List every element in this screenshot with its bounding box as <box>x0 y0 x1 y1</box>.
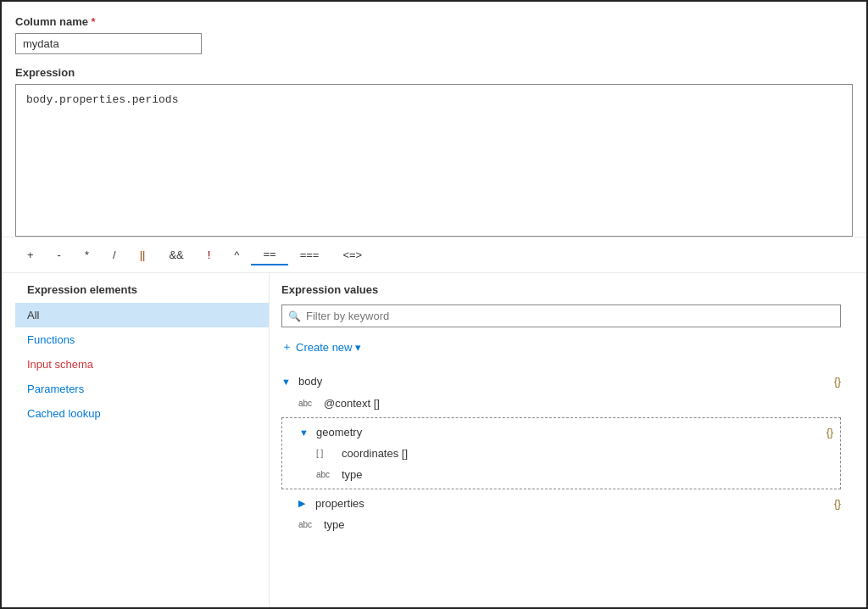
create-new-button[interactable]: ＋ Create new ▾ <box>281 336 361 358</box>
coordinates-type-badge: [ ] <box>316 449 337 458</box>
op-plus-button[interactable]: + <box>15 245 46 265</box>
op-strict-eq-button[interactable]: === <box>288 245 331 265</box>
type-type-badge: abc <box>316 470 337 479</box>
op-eq-button[interactable]: == <box>251 244 287 265</box>
tree-item-geometry[interactable]: ▼ geometry {} <box>299 422 833 443</box>
filter-input[interactable] <box>281 304 841 327</box>
op-not-button[interactable]: ! <box>196 245 223 265</box>
tree-item-type[interactable]: abc type <box>299 464 833 485</box>
values-title: Expression values <box>281 283 841 296</box>
type2-label: type <box>324 518 841 531</box>
tree-item-coordinates[interactable]: [ ] coordinates [] <box>299 443 833 464</box>
body-chevron-icon: ▼ <box>281 377 293 387</box>
op-divide-button[interactable]: / <box>101 245 128 265</box>
required-star: * <box>92 15 96 28</box>
filter-input-container: 🔍 <box>281 304 841 327</box>
geometry-chevron-icon: ▼ <box>299 427 311 438</box>
tree-item-type2[interactable]: abc type <box>281 514 841 535</box>
tree-section: ▼ body {} abc @context [] ▼ geometry {} <box>281 370 841 535</box>
column-name-input[interactable] <box>15 33 202 54</box>
chevron-down-icon: ▾ <box>355 341 361 354</box>
expression-values-panel: Expression values 🔍 ＋ Create new ▾ ▼ bod… <box>270 273 853 607</box>
op-caret-button[interactable]: ^ <box>222 245 251 265</box>
create-new-label: Create new <box>296 341 352 354</box>
tree-item-context[interactable]: abc @context [] <box>281 393 841 414</box>
body-label: body <box>298 375 834 388</box>
sidebar-item-parameters[interactable]: Parameters <box>15 377 269 401</box>
coordinates-label: coordinates [] <box>342 447 833 460</box>
properties-badge: {} <box>834 498 841 510</box>
sidebar-item-input-schema[interactable]: Input schema <box>15 352 269 377</box>
operators-bar: + - * / || && ! ^ == === <=> <box>2 237 866 273</box>
geometry-label: geometry <box>316 426 826 439</box>
context-label: @context [] <box>324 397 841 410</box>
tree-item-body[interactable]: ▼ body {} <box>281 370 841 393</box>
op-and-button[interactable]: && <box>157 245 195 265</box>
expression-elements-panel: Expression elements All Functions Input … <box>15 273 270 607</box>
properties-label: properties <box>315 497 834 510</box>
type2-type-badge: abc <box>298 520 319 529</box>
op-multiply-button[interactable]: * <box>73 245 101 265</box>
plus-icon: ＋ <box>281 339 292 355</box>
sidebar-item-cached-lookup[interactable]: Cached lookup <box>15 401 269 426</box>
main-container: Column name * Expression body.properties… <box>2 2 866 607</box>
elements-title: Expression elements <box>15 283 269 303</box>
sidebar-item-all[interactable]: All <box>15 303 269 327</box>
body-badge: {} <box>834 376 841 388</box>
properties-chevron-icon: ▶ <box>298 498 310 509</box>
geometry-box: ▼ geometry {} [ ] coordinates [] abc typ… <box>281 417 841 489</box>
geometry-badge: {} <box>826 427 833 439</box>
search-icon: 🔍 <box>288 310 301 322</box>
op-or-button[interactable]: || <box>128 245 158 265</box>
tree-item-properties[interactable]: ▶ properties {} <box>281 493 841 514</box>
expression-label: Expression <box>15 66 853 79</box>
sidebar-item-functions[interactable]: Functions <box>15 327 269 352</box>
column-name-section: Column name * <box>15 15 853 66</box>
op-noteq-button[interactable]: <=> <box>331 245 374 265</box>
expression-textarea[interactable]: body.properties.periods <box>15 84 853 237</box>
context-type-badge: abc <box>298 399 319 408</box>
expression-value: body.properties.periods <box>26 93 178 106</box>
column-name-label: Column name * <box>15 15 853 28</box>
type-label: type <box>342 468 833 481</box>
expression-section: Expression body.properties.periods <box>15 66 853 237</box>
op-minus-button[interactable]: - <box>46 245 73 265</box>
bottom-section: Expression elements All Functions Input … <box>15 273 853 607</box>
